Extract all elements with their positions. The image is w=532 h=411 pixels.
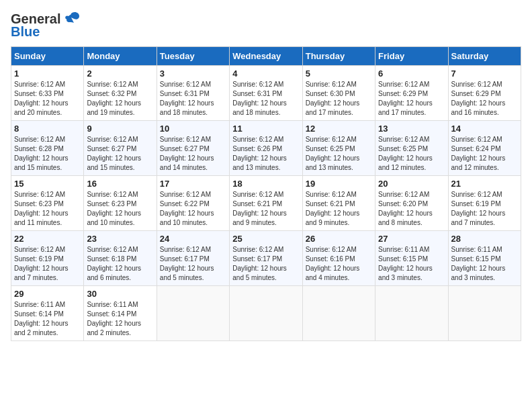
day-number: 14 [451, 124, 518, 134]
day-number: 30 [87, 289, 153, 299]
day-number: 13 [378, 124, 445, 134]
day-details: Sunrise: 6:12 AMSunset: 6:33 PMDaylight:… [14, 81, 69, 116]
calendar-cell: 13Sunrise: 6:12 AMSunset: 6:25 PMDayligh… [375, 121, 448, 176]
day-details: Sunrise: 6:12 AMSunset: 6:21 PMDaylight:… [306, 191, 360, 226]
day-details: Sunrise: 6:12 AMSunset: 6:28 PMDaylight:… [14, 136, 69, 171]
day-number: 2 [87, 68, 153, 79]
calendar-cell: 21Sunrise: 6:12 AMSunset: 6:19 PMDayligh… [448, 176, 521, 231]
column-header-friday: Friday [375, 47, 448, 66]
day-details: Sunrise: 6:12 AMSunset: 6:26 PMDaylight:… [232, 136, 287, 171]
day-number: 8 [14, 124, 81, 134]
column-header-monday: Monday [84, 47, 157, 66]
header: General Blue [11, 11, 521, 40]
day-number: 20 [378, 179, 445, 189]
column-header-wednesday: Wednesday [230, 47, 302, 66]
calendar-cell [375, 286, 448, 341]
logo: General Blue [11, 11, 81, 40]
week-row-2: 8Sunrise: 6:12 AMSunset: 6:28 PMDaylight… [11, 121, 521, 176]
day-details: Sunrise: 6:11 AMSunset: 6:15 PMDaylight:… [378, 246, 433, 281]
day-details: Sunrise: 6:12 AMSunset: 6:27 PMDaylight:… [87, 136, 141, 171]
day-number: 16 [87, 179, 153, 189]
day-number: 23 [87, 234, 153, 244]
day-number: 22 [14, 234, 81, 244]
calendar-cell [230, 286, 302, 341]
calendar-cell [157, 286, 229, 341]
calendar-cell: 23Sunrise: 6:12 AMSunset: 6:18 PMDayligh… [84, 231, 157, 286]
calendar-table: SundayMondayTuesdayWednesdayThursdayFrid… [11, 46, 521, 341]
calendar-cell: 26Sunrise: 6:12 AMSunset: 6:16 PMDayligh… [302, 231, 375, 286]
calendar-cell: 9Sunrise: 6:12 AMSunset: 6:27 PMDaylight… [84, 121, 157, 176]
day-details: Sunrise: 6:12 AMSunset: 6:20 PMDaylight:… [378, 191, 433, 226]
calendar-cell: 5Sunrise: 6:12 AMSunset: 6:30 PMDaylight… [302, 66, 375, 121]
day-number: 28 [451, 234, 518, 244]
day-details: Sunrise: 6:12 AMSunset: 6:29 PMDaylight:… [378, 81, 433, 116]
calendar-cell: 6Sunrise: 6:12 AMSunset: 6:29 PMDaylight… [375, 66, 448, 121]
calendar-cell: 28Sunrise: 6:11 AMSunset: 6:15 PMDayligh… [448, 231, 521, 286]
day-details: Sunrise: 6:12 AMSunset: 6:22 PMDaylight:… [160, 191, 214, 226]
day-details: Sunrise: 6:12 AMSunset: 6:27 PMDaylight:… [160, 136, 214, 171]
day-number: 1 [14, 68, 81, 79]
day-details: Sunrise: 6:12 AMSunset: 6:25 PMDaylight:… [306, 136, 360, 171]
day-details: Sunrise: 6:12 AMSunset: 6:18 PMDaylight:… [87, 246, 141, 281]
logo-blue-text: Blue [11, 24, 40, 40]
day-number: 6 [378, 68, 445, 79]
column-header-sunday: Sunday [11, 47, 84, 66]
day-details: Sunrise: 6:12 AMSunset: 6:19 PMDaylight:… [451, 191, 506, 226]
week-row-1: 1Sunrise: 6:12 AMSunset: 6:33 PMDaylight… [11, 66, 521, 121]
day-number: 15 [14, 179, 81, 189]
day-details: Sunrise: 6:12 AMSunset: 6:24 PMDaylight:… [451, 136, 506, 171]
calendar-cell: 18Sunrise: 6:12 AMSunset: 6:21 PMDayligh… [230, 176, 302, 231]
week-row-3: 15Sunrise: 6:12 AMSunset: 6:23 PMDayligh… [11, 176, 521, 231]
day-number: 11 [232, 124, 299, 134]
day-number: 5 [306, 68, 372, 79]
calendar-cell: 29Sunrise: 6:11 AMSunset: 6:14 PMDayligh… [11, 286, 84, 341]
day-details: Sunrise: 6:12 AMSunset: 6:25 PMDaylight:… [378, 136, 433, 171]
day-number: 17 [160, 179, 226, 189]
calendar-cell: 19Sunrise: 6:12 AMSunset: 6:21 PMDayligh… [302, 176, 375, 231]
day-details: Sunrise: 6:11 AMSunset: 6:14 PMDaylight:… [87, 301, 141, 336]
day-details: Sunrise: 6:12 AMSunset: 6:23 PMDaylight:… [14, 191, 69, 226]
calendar-cell: 30Sunrise: 6:11 AMSunset: 6:14 PMDayligh… [84, 286, 157, 341]
calendar-cell: 10Sunrise: 6:12 AMSunset: 6:27 PMDayligh… [157, 121, 229, 176]
calendar-cell: 25Sunrise: 6:12 AMSunset: 6:17 PMDayligh… [230, 231, 302, 286]
column-header-saturday: Saturday [448, 47, 521, 66]
calendar-header-row: SundayMondayTuesdayWednesdayThursdayFrid… [11, 47, 521, 66]
calendar-cell: 24Sunrise: 6:12 AMSunset: 6:17 PMDayligh… [157, 231, 229, 286]
day-details: Sunrise: 6:12 AMSunset: 6:23 PMDaylight:… [87, 191, 141, 226]
column-header-tuesday: Tuesday [157, 47, 229, 66]
calendar-cell: 17Sunrise: 6:12 AMSunset: 6:22 PMDayligh… [157, 176, 229, 231]
day-details: Sunrise: 6:12 AMSunset: 6:31 PMDaylight:… [232, 81, 287, 116]
day-details: Sunrise: 6:12 AMSunset: 6:31 PMDaylight:… [160, 81, 214, 116]
day-details: Sunrise: 6:12 AMSunset: 6:16 PMDaylight:… [306, 246, 360, 281]
day-number: 29 [14, 289, 81, 299]
day-details: Sunrise: 6:12 AMSunset: 6:17 PMDaylight:… [160, 246, 214, 281]
calendar-cell: 14Sunrise: 6:12 AMSunset: 6:24 PMDayligh… [448, 121, 521, 176]
day-number: 21 [451, 179, 518, 189]
day-details: Sunrise: 6:12 AMSunset: 6:30 PMDaylight:… [306, 81, 360, 116]
day-number: 3 [160, 68, 226, 79]
calendar-cell: 15Sunrise: 6:12 AMSunset: 6:23 PMDayligh… [11, 176, 84, 231]
day-number: 18 [232, 179, 299, 189]
day-number: 26 [306, 234, 372, 244]
week-row-5: 29Sunrise: 6:11 AMSunset: 6:14 PMDayligh… [11, 286, 521, 341]
week-row-4: 22Sunrise: 6:12 AMSunset: 6:19 PMDayligh… [11, 231, 521, 286]
day-details: Sunrise: 6:12 AMSunset: 6:17 PMDaylight:… [232, 246, 287, 281]
calendar-cell: 22Sunrise: 6:12 AMSunset: 6:19 PMDayligh… [11, 231, 84, 286]
calendar-cell: 16Sunrise: 6:12 AMSunset: 6:23 PMDayligh… [84, 176, 157, 231]
day-number: 19 [306, 179, 372, 189]
day-details: Sunrise: 6:12 AMSunset: 6:32 PMDaylight:… [87, 81, 141, 116]
column-header-thursday: Thursday [302, 47, 375, 66]
day-details: Sunrise: 6:11 AMSunset: 6:15 PMDaylight:… [451, 246, 506, 281]
calendar-cell: 8Sunrise: 6:12 AMSunset: 6:28 PMDaylight… [11, 121, 84, 176]
calendar-cell [302, 286, 375, 341]
calendar-cell: 1Sunrise: 6:12 AMSunset: 6:33 PMDaylight… [11, 66, 84, 121]
day-number: 27 [378, 234, 445, 244]
day-number: 7 [451, 68, 518, 79]
day-details: Sunrise: 6:12 AMSunset: 6:29 PMDaylight:… [451, 81, 506, 116]
day-details: Sunrise: 6:12 AMSunset: 6:21 PMDaylight:… [232, 191, 287, 226]
calendar-cell: 3Sunrise: 6:12 AMSunset: 6:31 PMDaylight… [157, 66, 229, 121]
calendar-cell: 2Sunrise: 6:12 AMSunset: 6:32 PMDaylight… [84, 66, 157, 121]
calendar-cell: 11Sunrise: 6:12 AMSunset: 6:26 PMDayligh… [230, 121, 302, 176]
day-number: 10 [160, 124, 226, 134]
calendar-cell: 12Sunrise: 6:12 AMSunset: 6:25 PMDayligh… [302, 121, 375, 176]
